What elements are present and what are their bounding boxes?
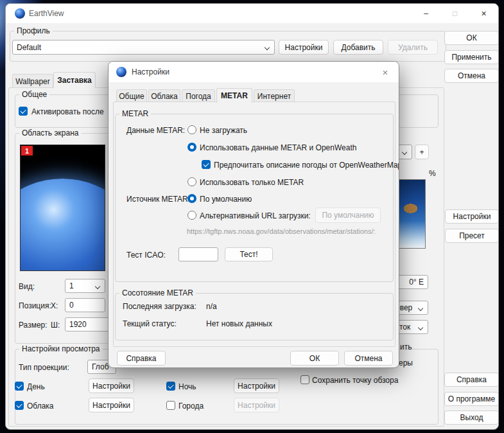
projection-label: Тип проекции: bbox=[19, 363, 69, 372]
metar-data-label: Данные METAR: bbox=[126, 126, 185, 135]
window-title: EarthView bbox=[29, 9, 64, 18]
x-input[interactable]: 0 bbox=[65, 298, 105, 312]
close-button[interactable]: × bbox=[469, 4, 498, 23]
width-input-value: 1920 bbox=[69, 320, 87, 329]
earth-app-icon bbox=[15, 8, 25, 19]
save-viewpoint-label: Сохранить точку обзора bbox=[312, 376, 398, 385]
dialog-tab-clouds[interactable]: Облака bbox=[148, 89, 180, 102]
dialog-help-button[interactable]: Справка bbox=[117, 351, 166, 366]
general-group-label: Общее bbox=[19, 90, 49, 99]
dialog-ok-button[interactable]: ОК bbox=[290, 351, 339, 366]
monitor-number-badge: 1 bbox=[21, 146, 33, 155]
profile-group-label: Профиль bbox=[14, 26, 53, 35]
metar-group-label: METAR bbox=[119, 109, 151, 118]
day-label: День bbox=[27, 382, 45, 391]
cities-checkbox[interactable] bbox=[166, 401, 175, 410]
dialog-tab-weather[interactable]: Погода bbox=[182, 89, 215, 102]
view-combobox[interactable]: 1 bbox=[65, 279, 105, 293]
current-status-label: Текщий статус: bbox=[123, 319, 177, 328]
size-label: Размер: bbox=[19, 321, 48, 330]
maximize-button[interactable]: □ bbox=[440, 4, 469, 23]
radio-default-source[interactable] bbox=[187, 194, 196, 203]
preset-button[interactable]: Пресет bbox=[445, 229, 499, 243]
help-button[interactable]: Справка bbox=[444, 373, 499, 387]
day-settings-button[interactable]: Настройки bbox=[89, 378, 134, 393]
test-button[interactable]: Тест! bbox=[225, 247, 273, 261]
url-hint-text: https://tgftp.nws.noaa.gov/data/observat… bbox=[187, 227, 376, 236]
radio-default-source-label: По умолчанию bbox=[200, 195, 252, 204]
radio-alt-url-label: Альтернативный URL загрузки: bbox=[200, 211, 311, 220]
settings-dialog: Настройки × Общие Облака Погода METAR Ин… bbox=[108, 61, 399, 368]
radio-no-download-label: Не загружать bbox=[200, 126, 247, 135]
chevron-down-icon bbox=[418, 306, 423, 311]
earth-app-icon bbox=[116, 67, 126, 77]
radio-use-both[interactable] bbox=[187, 143, 196, 152]
radio-only-metar[interactable] bbox=[187, 177, 196, 186]
width-input[interactable]: 1920 bbox=[65, 317, 110, 331]
earth-preview-image bbox=[20, 179, 105, 271]
day-checkbox[interactable] bbox=[15, 382, 24, 391]
dialog-close-button[interactable]: × bbox=[377, 65, 394, 79]
icao-input[interactable] bbox=[178, 247, 218, 261]
dialog-title: Настройки bbox=[132, 67, 169, 76]
last-load-label: Последняя загрузка: bbox=[123, 302, 196, 311]
night-settings-button[interactable]: Настройки bbox=[234, 378, 279, 393]
longitude-value: 0° E bbox=[409, 278, 424, 287]
screen-area-group-label: Область экрана bbox=[19, 128, 81, 137]
width-label: Ш: bbox=[51, 321, 60, 330]
profile-combobox[interactable]: Default bbox=[12, 40, 275, 55]
test-icao-label: Тест ICAO: bbox=[126, 251, 166, 260]
about-button[interactable]: О программе bbox=[444, 392, 499, 406]
last-load-value: n/a bbox=[206, 302, 217, 311]
tab-wallpaper[interactable]: Wallpaper bbox=[12, 74, 53, 88]
x-label: X: bbox=[51, 301, 58, 310]
dialog-tab-general[interactable]: Общие bbox=[116, 89, 147, 102]
radio-alt-url[interactable] bbox=[187, 211, 196, 220]
profile-combobox-value: Default bbox=[17, 43, 41, 52]
metar-status-group-label: Сосотояние METAR bbox=[119, 288, 196, 297]
dialog-cancel-button[interactable]: Отмена bbox=[344, 351, 393, 366]
clouds-settings-button[interactable]: Настройки bbox=[89, 398, 134, 412]
radio-use-both-label: Использовать данные METAR и OpenWeath bbox=[200, 143, 356, 152]
dialog-tab-internet[interactable]: Интернет bbox=[254, 89, 295, 102]
x-input-value: 0 bbox=[69, 301, 74, 310]
right-settings-button[interactable]: Настройки bbox=[445, 209, 499, 224]
night-checkbox[interactable] bbox=[166, 382, 175, 391]
cancel-button[interactable]: Отмена bbox=[444, 69, 499, 83]
ok-button[interactable]: ОК bbox=[444, 31, 499, 45]
tab-screensaver[interactable]: Заставка bbox=[53, 72, 96, 88]
profile-add-button[interactable]: Добавить bbox=[333, 40, 383, 55]
default-url-button[interactable]: По умолчанию bbox=[315, 208, 381, 223]
monitor-preview[interactable]: 1 bbox=[20, 145, 105, 271]
clouds-label: Облака bbox=[27, 402, 54, 411]
activate-after-checkbox[interactable] bbox=[19, 107, 28, 116]
chevron-down-icon bbox=[265, 45, 270, 50]
night-label: Ночь bbox=[178, 382, 196, 391]
plus-button[interactable]: + bbox=[415, 145, 429, 159]
current-status-value: Нет новых данных bbox=[206, 319, 272, 328]
profile-settings-button[interactable]: Настройки bbox=[279, 40, 329, 55]
chevron-down-icon bbox=[402, 150, 407, 155]
cities-label: Города bbox=[178, 402, 204, 411]
view-settings-group-label: Настройки просмотра bbox=[19, 344, 103, 353]
activate-after-label: Активировать после bbox=[31, 107, 104, 116]
dialog-tab-metar[interactable]: METAR bbox=[216, 88, 252, 103]
chevron-down-icon bbox=[418, 325, 423, 330]
radio-no-download[interactable] bbox=[187, 125, 196, 134]
position-label: Позиция: bbox=[19, 301, 51, 310]
cities-settings-button[interactable]: Настройки bbox=[234, 398, 279, 412]
prefer-owm-checkbox[interactable] bbox=[202, 160, 211, 169]
chevron-down-icon bbox=[95, 284, 100, 289]
clouds-checkbox[interactable] bbox=[15, 401, 24, 410]
exit-button[interactable]: Выход bbox=[444, 411, 499, 425]
apply-button[interactable]: Применить bbox=[444, 50, 499, 64]
dialog-title-bar: Настройки × bbox=[109, 62, 399, 82]
prefer-owm-label: Предпочитать описание погоды от OpenWeat… bbox=[214, 161, 399, 170]
label-fragment-1: ить bbox=[400, 342, 412, 351]
save-viewpoint-checkbox[interactable] bbox=[300, 375, 309, 384]
percent-label: % bbox=[429, 169, 436, 178]
desktop-background: EarthView – □ × Профиль Default Настройк… bbox=[0, 0, 504, 433]
label-fragment-2: еры bbox=[399, 358, 413, 367]
profile-remove-button[interactable]: Удалить bbox=[388, 40, 438, 55]
minimize-button[interactable]: – bbox=[412, 4, 440, 23]
